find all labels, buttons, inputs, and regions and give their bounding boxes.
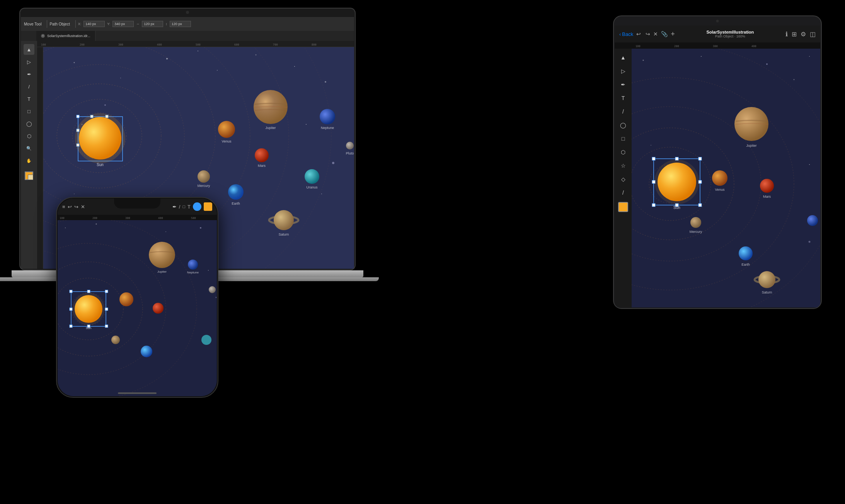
- hand-tool-button[interactable]: ✋: [24, 155, 34, 166]
- ipad-close-icon[interactable]: ✕: [653, 31, 658, 37]
- svg-text:200: 200: [80, 43, 85, 46]
- svg-point-48: [228, 184, 244, 200]
- text-tool-button[interactable]: T: [24, 93, 34, 104]
- svg-point-22: [321, 193, 322, 194]
- svg-text:Mercury: Mercury: [198, 184, 210, 188]
- iphone-line-icon[interactable]: /: [179, 204, 181, 210]
- svg-text:300: 300: [118, 43, 123, 46]
- iphone-screen: ≡ ↩ ↪ ✕ ✒ / □ T 100 200 300: [58, 199, 217, 396]
- iphone-pen-icon[interactable]: ✒: [172, 204, 177, 210]
- svg-point-69: [766, 63, 768, 65]
- node-tool-button[interactable]: ▷: [24, 56, 34, 67]
- svg-point-18: [198, 51, 198, 51]
- select-tool-button[interactable]: ▲: [24, 44, 34, 55]
- svg-point-106: [807, 215, 818, 226]
- iphone-mode-toggle[interactable]: [193, 202, 201, 211]
- svg-point-9: [120, 78, 121, 78]
- undo-icon[interactable]: ↩: [636, 31, 641, 37]
- y-field[interactable]: 340 px: [112, 21, 134, 27]
- app-tab[interactable]: ✕ SolarSystemIllustration.idr...: [36, 31, 95, 41]
- iphone-close-icon[interactable]: ✕: [81, 204, 85, 210]
- svg-point-137: [188, 260, 198, 270]
- ipad-clip-icon[interactable]: 📎: [661, 31, 668, 37]
- iphone-undo-icon[interactable]: ↩: [68, 204, 72, 210]
- ipad-title-area: SolarSystemIllustration Path Object · 16…: [678, 30, 782, 38]
- pen-tool-button[interactable]: ✒: [24, 69, 34, 80]
- svg-text:Saturn: Saturn: [279, 232, 289, 236]
- vertical-ruler: [37, 47, 43, 269]
- svg-rect-128: [105, 308, 108, 311]
- ipad-pencil-tool[interactable]: /: [617, 106, 629, 117]
- ipad-star-tool[interactable]: ☆: [617, 160, 629, 171]
- svg-text:700: 700: [273, 43, 278, 46]
- svg-point-10: [166, 58, 168, 59]
- ipad-rect-tool[interactable]: □: [617, 133, 629, 144]
- svg-point-74: [809, 164, 810, 165]
- ipad-shape-tool[interactable]: ◇: [617, 173, 629, 185]
- svg-text:400: 400: [158, 217, 163, 220]
- svg-point-139: [209, 286, 216, 293]
- tools-panel: ▲ ▷ ✒ / T □ ◯ ⬡ 🔍 ✋: [21, 41, 37, 269]
- svg-text:Mars: Mars: [258, 164, 266, 168]
- shape-rect-button[interactable]: □: [24, 106, 34, 117]
- shape-poly-button[interactable]: ⬡: [24, 131, 34, 141]
- ipad-text-tool[interactable]: T: [617, 92, 629, 104]
- h-field[interactable]: 120 px: [170, 21, 191, 27]
- svg-text:200: 200: [92, 217, 97, 220]
- ipad-node-tool[interactable]: ▷: [617, 65, 629, 77]
- svg-point-71: [809, 56, 810, 57]
- ipad-fill-swatch[interactable]: [618, 202, 628, 212]
- iphone-fill-color[interactable]: [204, 202, 212, 211]
- ipad-grid-icon[interactable]: ⊞: [792, 31, 797, 38]
- ipad-toolbar: ‹ Back ↩ ↪ ✕ 📎 + SolarSystemIllustration…: [615, 25, 820, 42]
- ipad-canvas[interactable]: Sun Jupiter Venus Mars Mercury: [632, 49, 820, 307]
- zoom-tool-button[interactable]: 🔍: [24, 143, 34, 154]
- app-tabbar: ✕ SolarSystemIllustration.idr...: [21, 31, 354, 41]
- ipad-tools-panel: ▲ ▷ ✒ T / ◯ □ ⬡ ☆ ◇ /: [615, 49, 632, 307]
- iphone-redo-icon[interactable]: ↪: [74, 204, 78, 210]
- ipad-info-icon[interactable]: ℹ: [785, 31, 788, 38]
- w-field[interactable]: 120 px: [142, 21, 163, 27]
- svg-point-112: [65, 227, 66, 228]
- svg-point-42: [79, 117, 121, 160]
- svg-point-16: [306, 124, 307, 125]
- svg-text:300: 300: [713, 45, 718, 48]
- ipad-gear-icon[interactable]: ⚙: [801, 31, 806, 38]
- iphone-home-bar: [118, 392, 157, 394]
- iphone-menu-icon[interactable]: ≡: [62, 204, 65, 210]
- iphone-rect-icon[interactable]: □: [182, 204, 185, 209]
- svg-point-104: [758, 271, 775, 288]
- pencil-tool-button[interactable]: /: [24, 81, 34, 92]
- iphone-canvas[interactable]: Sun Jupiter Neptune: [58, 220, 217, 396]
- iphone-solar-system: Sun Jupiter Neptune: [58, 220, 217, 396]
- ipad-brush-tool[interactable]: ✒: [617, 79, 629, 90]
- svg-point-142: [111, 336, 120, 344]
- stroke-color-swatch[interactable]: [28, 175, 33, 180]
- ipad-screen: ‹ Back ↩ ↪ ✕ 📎 + SolarSystemIllustration…: [615, 25, 820, 307]
- svg-text:Venus: Venus: [715, 188, 725, 192]
- shape-ellipse-button[interactable]: ◯: [24, 118, 34, 129]
- svg-point-73: [809, 241, 811, 243]
- svg-text:400: 400: [751, 45, 756, 48]
- tab-close-button[interactable]: ✕: [41, 34, 45, 38]
- svg-rect-87: [652, 204, 655, 207]
- redo-icon[interactable]: ↪: [646, 31, 650, 37]
- x-field[interactable]: 140 px: [83, 21, 105, 27]
- ipad-back-button[interactable]: ‹ Back: [619, 31, 633, 37]
- svg-point-135: [149, 242, 175, 268]
- svg-text:Earth: Earth: [741, 263, 750, 266]
- ipad-toolbar-icons: ℹ ⊞ ⚙ ◫: [785, 31, 816, 38]
- svg-point-117: [216, 297, 217, 298]
- ipad-poly-tool[interactable]: ⬡: [617, 146, 629, 158]
- svg-rect-126: [105, 290, 108, 293]
- tab-name: SolarSystemIllustration.idr...: [47, 34, 90, 38]
- ipad-ellipse-tool[interactable]: ◯: [617, 119, 629, 131]
- iphone-text-icon[interactable]: T: [187, 204, 191, 210]
- object-type-label: Path Object: [49, 22, 70, 26]
- ipad-select-tool[interactable]: ▲: [617, 52, 629, 63]
- ipad-knife-tool[interactable]: /: [617, 187, 629, 199]
- ipad-add-icon[interactable]: +: [671, 30, 675, 38]
- ipad-layers-icon[interactable]: ◫: [810, 31, 816, 38]
- toolbar-divider-1: [47, 20, 47, 28]
- svg-text:Neptune: Neptune: [321, 126, 334, 130]
